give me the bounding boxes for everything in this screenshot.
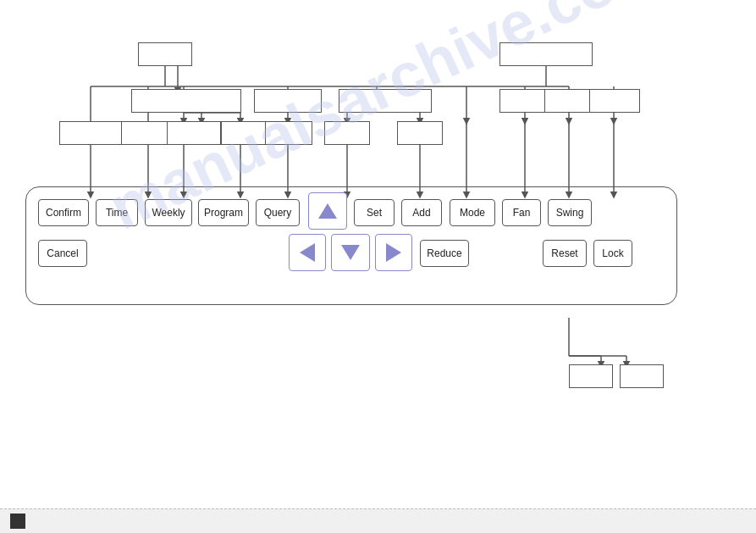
level3-box-query <box>265 121 312 145</box>
fan-button[interactable]: Fan <box>502 199 541 226</box>
program-button[interactable]: Program <box>198 199 249 226</box>
reduce-label: Reduce <box>427 247 461 259</box>
set-label: Set <box>367 207 382 219</box>
right-icon <box>386 243 401 262</box>
swing-button[interactable]: Swing <box>548 199 592 226</box>
reduce-button[interactable]: Reduce <box>420 240 469 267</box>
program-label: Program <box>204 207 243 219</box>
left-icon <box>300 243 315 262</box>
page: manualsarchive.com <box>0 0 756 508</box>
level3-box-set <box>324 121 370 145</box>
level3-box-swing <box>589 89 640 113</box>
time-label: Time <box>106 207 128 219</box>
down-button[interactable] <box>331 234 370 271</box>
bottom-box-left <box>569 364 613 388</box>
level3-box-mode <box>499 89 550 113</box>
confirm-button[interactable]: Confirm <box>38 199 89 226</box>
level3-box-weekly <box>167 121 221 145</box>
weekly-label: Weekly <box>152 207 185 219</box>
right-button[interactable] <box>375 234 412 271</box>
level3-box-fan <box>544 89 595 113</box>
set-button[interactable]: Set <box>354 199 395 226</box>
up-icon <box>318 203 337 219</box>
cancel-button[interactable]: Cancel <box>38 240 87 267</box>
level2-box-far-right <box>499 42 593 66</box>
add-button[interactable]: Add <box>401 199 442 226</box>
reset-button[interactable]: Reset <box>543 240 587 267</box>
bottom-square <box>10 514 25 529</box>
mode-button[interactable]: Mode <box>450 199 495 226</box>
reset-label: Reset <box>551 247 577 259</box>
mode-label: Mode <box>460 207 485 219</box>
cancel-label: Cancel <box>47 247 78 259</box>
left-button[interactable] <box>289 234 326 271</box>
add-label: Add <box>412 207 430 219</box>
query-label: Query <box>264 207 292 219</box>
up-button[interactable] <box>308 192 347 230</box>
bottom-bar <box>0 508 756 533</box>
lock-label: Lock <box>602 247 623 259</box>
query-button[interactable]: Query <box>256 199 300 226</box>
level2-box-left <box>131 89 241 113</box>
swing-label: Swing <box>556 207 584 219</box>
level2-box-right <box>339 89 432 113</box>
level2-box-middle <box>254 89 322 113</box>
fan-label: Fan <box>513 207 531 219</box>
button-panel: Confirm Time Weekly Program Query Set Ad… <box>25 186 677 305</box>
lock-button[interactable]: Lock <box>593 240 632 267</box>
weekly-button[interactable]: Weekly <box>145 199 192 226</box>
level3-box-add <box>397 121 443 145</box>
time-button[interactable]: Time <box>96 199 138 226</box>
down-icon <box>341 245 360 260</box>
bottom-box-right <box>620 364 664 388</box>
top-box-single <box>138 42 192 66</box>
confirm-label: Confirm <box>46 207 81 219</box>
level3-box-confirm <box>59 121 123 145</box>
